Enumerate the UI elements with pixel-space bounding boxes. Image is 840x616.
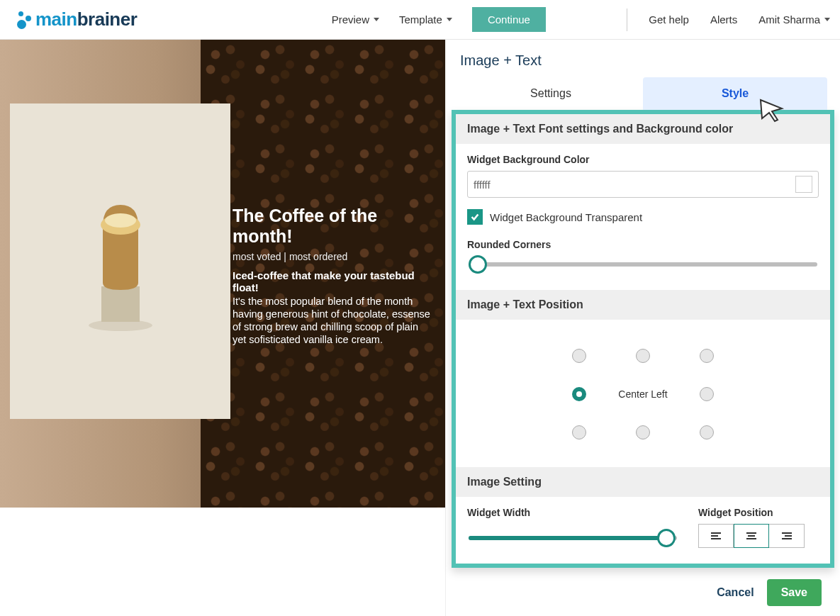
panel-title: Image + Text: [446, 40, 840, 77]
right-nav: Get help Alerts Amit Sharma: [627, 9, 830, 31]
logo-icon: [10, 10, 31, 30]
align-right-icon: [782, 532, 792, 539]
chevron-down-icon: [374, 18, 379, 21]
coffee-glass-illustration: [82, 184, 159, 340]
divider: [627, 9, 627, 31]
pos-bottom-right[interactable]: [700, 425, 714, 439]
section-position-body: Center Left: [456, 320, 830, 467]
logo: mainbrainer: [10, 9, 137, 30]
position-grid: Center Left: [467, 330, 819, 454]
canvas-preview: The Coffee of the month! most voted | mo…: [0, 40, 445, 508]
align-left-icon: [711, 532, 721, 539]
corners-slider[interactable]: [469, 256, 817, 273]
center-nav: Preview Template Continue: [218, 7, 546, 32]
section-font-bg-body: Widget Background Color Widget Backgroun…: [456, 144, 830, 290]
user-name: Amit Sharma: [758, 13, 820, 26]
align-right-button[interactable]: [769, 524, 805, 548]
panel-tabs: Settings Style: [459, 77, 827, 110]
app-header: mainbrainer Preview Template Continue Ge…: [0, 0, 840, 40]
save-button[interactable]: Save: [767, 579, 822, 606]
color-swatch[interactable]: [795, 176, 812, 193]
overlay-subtitle: most voted | most ordered: [233, 251, 431, 262]
section-font-bg-header: Image + Text Font settings and Backgroun…: [456, 114, 830, 144]
pos-top-right[interactable]: [700, 349, 714, 363]
overlay-body: It's the most popular blend of the month…: [233, 295, 431, 347]
section-image-setting-header: Image Setting: [456, 467, 830, 497]
coffee-image-card: [10, 103, 230, 419]
widget-position-label: Widget Position: [698, 507, 819, 518]
main-area: The Coffee of the month! most voted | mo…: [0, 40, 840, 616]
svg-rect-1: [101, 286, 140, 322]
slider-thumb[interactable]: [657, 529, 676, 547]
logo-text-main: main: [35, 9, 77, 30]
chevron-down-icon: [447, 18, 452, 21]
preview-label: Preview: [332, 13, 369, 26]
alerts-link[interactable]: Alerts: [710, 13, 737, 26]
pos-selected-label: Center Left: [618, 388, 667, 400]
get-help-link[interactable]: Get help: [649, 13, 689, 26]
bg-color-input[interactable]: [474, 179, 795, 191]
overlay-bold: Iced-coffee that make your tastebud floa…: [233, 269, 431, 293]
check-icon: [470, 212, 480, 222]
template-label: Template: [399, 13, 442, 26]
style-settings-container: Image + Text Font settings and Backgroun…: [452, 110, 834, 568]
svg-point-3: [105, 213, 136, 228]
side-panel: Image + Text Settings Style Image + Text…: [445, 40, 840, 616]
corners-label: Rounded Corners: [467, 239, 819, 250]
panel-footer: Cancel Save: [446, 568, 840, 616]
cancel-button[interactable]: Cancel: [717, 586, 754, 599]
section-position-header: Image + Text Position: [456, 290, 830, 320]
bg-color-label: Widget Background Color: [467, 154, 819, 165]
pos-bottom-left[interactable]: [572, 425, 586, 439]
preview-dropdown[interactable]: Preview: [332, 13, 379, 26]
tab-settings[interactable]: Settings: [459, 77, 643, 110]
widget-width-label: Widget Width: [467, 507, 678, 518]
template-dropdown[interactable]: Template: [399, 13, 452, 26]
transparent-row: Widget Background Transparent: [467, 209, 819, 225]
align-center-icon: [746, 532, 756, 539]
transparent-checkbox[interactable]: [467, 209, 483, 225]
overlay-text-block: The Coffee of the month! most voted | mo…: [233, 206, 431, 347]
tab-style[interactable]: Style: [643, 77, 827, 110]
align-left-button[interactable]: [698, 524, 734, 548]
align-center-button[interactable]: [734, 524, 769, 548]
overlay-title: The Coffee of the month!: [233, 206, 431, 247]
pos-top-left[interactable]: [572, 349, 586, 363]
pos-top-center[interactable]: [636, 349, 650, 363]
tab-style-label: Style: [722, 87, 749, 99]
pos-bottom-center[interactable]: [636, 425, 650, 439]
user-menu[interactable]: Amit Sharma: [758, 13, 830, 26]
logo-text-brain: brainer: [77, 9, 138, 30]
pos-center-right[interactable]: [700, 387, 714, 401]
transparent-label: Widget Background Transparent: [490, 211, 642, 223]
chevron-down-icon: [824, 18, 830, 21]
pos-center-left[interactable]: [572, 387, 586, 401]
bg-color-input-row: [467, 171, 819, 198]
section-image-setting-body: Widget Width Widget Position: [456, 497, 830, 564]
widget-position-segment: [698, 524, 819, 548]
continue-button[interactable]: Continue: [472, 7, 546, 32]
widget-width-slider[interactable]: [469, 530, 677, 547]
slider-thumb[interactable]: [469, 255, 487, 274]
